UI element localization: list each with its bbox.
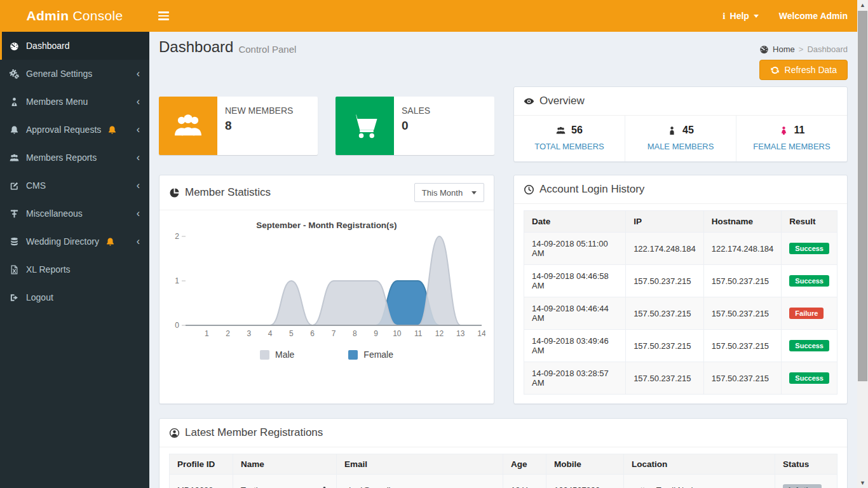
- breadcrumb-current: Dashboard: [807, 44, 848, 54]
- brand-rest: Console: [69, 8, 123, 23]
- sidebar-item-label: XL Reports: [26, 264, 71, 274]
- overview-stats: 56TOTAL MEMBERS45MALE MEMBERS11FEMALE ME…: [514, 116, 847, 161]
- svg-text:1: 1: [175, 276, 179, 285]
- login-date: 14-09-2018 04:46:58 AM: [524, 265, 626, 297]
- refresh-data-button[interactable]: Refresh Data: [759, 60, 848, 80]
- chevron-left-icon: ‹: [137, 180, 140, 191]
- svg-text:7: 7: [332, 329, 336, 338]
- sidebar-item-wedding-directory[interactable]: Wedding Directory‹: [0, 227, 149, 255]
- legend-label: Male: [275, 349, 294, 360]
- svg-text:9: 9: [374, 329, 378, 338]
- brand-logo[interactable]: Admin Console: [0, 0, 149, 32]
- chart-title: September - Month Registration(s): [169, 220, 484, 230]
- text-width-icon: [10, 209, 26, 219]
- gears-icon: [10, 69, 26, 79]
- sidebar-item-approval-requests[interactable]: Approval Requests‹: [0, 116, 149, 144]
- sidebar-item-cms[interactable]: CMS‹: [0, 172, 149, 200]
- chevron-left-icon: ‹: [137, 236, 140, 247]
- sidebar-item-members-menu[interactable]: Members Menu‹: [0, 88, 149, 116]
- table-row: 14-09-2018 03:49:46 AM157.50.237.215157.…: [524, 330, 837, 362]
- sidebar-item-label: Members Reports: [26, 152, 97, 163]
- svg-text:2: 2: [226, 329, 230, 338]
- login-ip: 157.50.237.215: [626, 297, 704, 330]
- result-badge: Success: [789, 372, 829, 384]
- sidebar-item-logout[interactable]: Logout: [0, 283, 149, 311]
- member-statistics-panel: Member Statistics This Month September -…: [159, 175, 494, 404]
- svg-text:2: 2: [175, 232, 179, 241]
- info-box-label: SALES: [402, 105, 430, 116]
- sidebar-toggle-button[interactable]: [149, 0, 178, 32]
- column-header: Result: [782, 211, 837, 233]
- status-badge: InActive: [783, 484, 822, 488]
- sidebar-item-label: Miscellaneous: [26, 208, 83, 219]
- sidebar-item-general-settings[interactable]: General Settings‹: [0, 60, 149, 88]
- sidebar-item-label: Wedding Directory: [26, 236, 99, 247]
- sidebar-item-label: Approval Requests: [26, 125, 101, 135]
- sidebar-item-miscellaneous[interactable]: Miscellaneous‹: [0, 200, 149, 227]
- svg-text:8: 8: [353, 329, 357, 338]
- refresh-label: Refresh Data: [785, 65, 837, 75]
- scrollbar-down-arrow[interactable]: ▼: [857, 478, 868, 488]
- latest-registrations-title: Latest Member Registrations: [185, 426, 323, 439]
- login-history-title: Account Login History: [539, 183, 644, 196]
- column-header: Age: [503, 454, 546, 475]
- month-filter-select[interactable]: This Month: [414, 183, 484, 202]
- column-header: IP: [626, 211, 704, 233]
- login-result: Success: [782, 362, 837, 395]
- legend-label: Female: [363, 349, 393, 360]
- login-hostname: 157.50.237.215: [703, 330, 782, 362]
- column-header: Email: [337, 454, 503, 475]
- column-header: Name: [233, 454, 337, 475]
- stat-label[interactable]: TOTAL MEMBERS: [514, 142, 625, 151]
- sidebar-item-label: Dashboard: [26, 41, 70, 51]
- latest-registrations-panel: Latest Member Registrations Profile IDNa…: [159, 418, 848, 488]
- svg-text:6: 6: [310, 329, 315, 338]
- window-scrollbar[interactable]: ▲ ▼: [857, 0, 868, 488]
- breadcrumb-home-link[interactable]: Home: [773, 44, 795, 54]
- registrations-area-chart: 0121234567891011121314: [169, 231, 485, 343]
- svg-text:13: 13: [456, 329, 465, 338]
- legend-item-female: Female: [348, 349, 393, 360]
- welcome-user[interactable]: Welcome Admin: [769, 0, 868, 32]
- edit-icon: [10, 181, 26, 191]
- sidebar-item-members-reports[interactable]: Members Reports‹: [0, 144, 149, 172]
- result-badge: Success: [789, 340, 829, 351]
- reg-email: abcd@gmail.com: [337, 475, 503, 488]
- registrations-table: Profile IDNameEmailAgeMobileLocationStat…: [169, 454, 837, 488]
- sidebar-menu: DashboardGeneral Settings‹Members Menu‹A…: [0, 32, 149, 311]
- refresh-icon: [770, 65, 780, 75]
- scrollbar-thumb[interactable]: [858, 11, 867, 381]
- gauge-icon: [10, 41, 26, 51]
- person-female-icon: [779, 126, 789, 135]
- bell-icon: [10, 125, 26, 135]
- new-members-users-icon: [159, 97, 217, 155]
- page-title: Dashboard: [159, 38, 233, 56]
- chevron-left-icon: ‹: [137, 69, 140, 79]
- overview-panel: Overview 56TOTAL MEMBERS45MALE MEMBERS11…: [513, 86, 848, 162]
- info-box-sales: SALES 0: [336, 97, 494, 155]
- column-header: Hostname: [703, 211, 782, 233]
- help-label: Help: [730, 11, 749, 21]
- table-row: 14-09-2018 03:28:57 AM157.50.237.215157.…: [524, 362, 837, 395]
- info-box-value: 8: [225, 119, 293, 133]
- login-hostname: 122.174.248.184: [703, 233, 782, 265]
- chevron-left-icon: ‹: [137, 97, 140, 107]
- info-icon: i: [722, 11, 725, 22]
- svg-text:0: 0: [175, 321, 179, 330]
- reg-age: 18 Yrs.: [503, 475, 546, 488]
- reg-mobile: 1234567890: [546, 475, 624, 488]
- sidebar-item-xl-reports[interactable]: XL Reports: [0, 255, 149, 283]
- column-header: Location: [624, 454, 775, 475]
- stat-label[interactable]: MALE MEMBERS: [625, 142, 736, 151]
- top-navbar: Admin Console i Help Welcome Admin: [0, 0, 868, 32]
- table-row: MD12688Testing purposesabcd@gmail.com18 …: [170, 475, 837, 488]
- login-result: Failure: [782, 297, 837, 330]
- scrollbar-up-arrow[interactable]: ▲: [857, 0, 868, 10]
- result-badge: Success: [789, 243, 829, 254]
- login-hostname: 157.50.237.215: [703, 362, 782, 395]
- stat-label[interactable]: FEMALE MEMBERS: [736, 142, 847, 151]
- sidebar-item-dashboard[interactable]: Dashboard: [0, 32, 149, 60]
- svg-text:11: 11: [414, 329, 423, 338]
- help-menu[interactable]: i Help: [712, 0, 769, 32]
- login-date: 14-09-2018 03:49:46 AM: [524, 330, 626, 362]
